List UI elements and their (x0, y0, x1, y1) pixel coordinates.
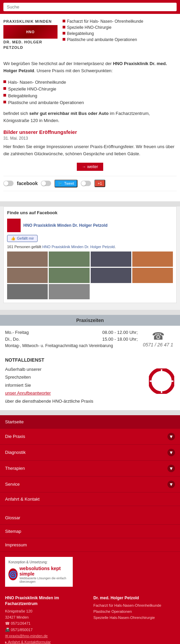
nav-label: Therapien (5, 466, 25, 471)
search-input[interactable] (3, 3, 177, 11)
feature-item: Plastische und ambulante Operationen (3, 100, 177, 105)
bullet-icon (63, 38, 65, 41)
footer-email[interactable]: ✉ praxis@hno-minden.de (5, 633, 87, 639)
praxiszeiten-row: Mo.- Freitag 08.00 - 12.00 Uhr; (5, 330, 138, 335)
header-services: Facharzt für Hals- Nasen- Ohrenheilkunde… (63, 19, 177, 43)
bullet-icon (63, 32, 65, 35)
section-divider (0, 410, 180, 415)
footer-fax: 📠 0571/850017 (5, 627, 87, 632)
footer-address-city: 32427 Minden (5, 615, 87, 620)
fb-photo (7, 268, 48, 283)
nav-spacer (0, 506, 180, 511)
header-service-item: Plastische und ambulante Operationen (63, 37, 177, 42)
opening-text: Hier finden Sie einige Impressionen unse… (3, 143, 177, 158)
footer-logo: 🌀 websolutions kept simple Webbasierte L… (8, 566, 69, 583)
footer-tagline: Webbasierte Lösungen die einfach überzeu… (19, 577, 69, 583)
footer-section: Konzeption & Umsetzung: 🌀 websolutions k… (0, 552, 180, 644)
fb-photos-row1 (7, 251, 173, 267)
thumbsup-icon: 👍 (11, 236, 16, 241)
fb-avatar (7, 219, 21, 232)
nav-item-sitemap[interactable]: Sitemap (0, 525, 180, 538)
clinic-name-line1: PRAXISKLINIK MINDEN (3, 19, 58, 24)
fb-page-link[interactable]: HNO Praxisklinik Minden Dr. Holger Petzo… (42, 245, 115, 249)
footer-col-2: Dr. med. Holger Petzold Facharzt für Hal… (93, 595, 175, 644)
bullet-icon (3, 94, 6, 97)
nav-item-diagnostik[interactable]: Diagnostik ▼ (0, 445, 180, 461)
fb-widget-title: Finde uns auf Facebook (7, 210, 173, 215)
nav-item-anfahrt[interactable]: Anfahrt & Kontakt (0, 492, 180, 506)
tweet-button[interactable]: 🐦 Tweet (54, 180, 77, 187)
anrufbeantworter-link[interactable]: unser Anrufbeantworter (5, 390, 51, 396)
nav-label: Service (5, 482, 20, 487)
nav-item-impressum[interactable]: Impressum (0, 538, 180, 552)
bullet-icon (63, 20, 65, 22)
header-service-item: Belegabteilung (63, 31, 177, 36)
nav-label: Anfahrt & Kontakt (5, 497, 40, 502)
nav-label: Startseite (5, 419, 24, 424)
footer-col-1: HNO Praxisklinik Minden im Facharztzentr… (5, 595, 87, 644)
footer-contact-link[interactable]: ▸ Anfahrt & Kontaktformular (5, 640, 87, 644)
praxiszeiten-section: Praxiszeiten Mo.- Freitag 08.00 - 12.00 … (0, 315, 180, 352)
gplus-button[interactable]: +1 (94, 180, 106, 187)
facebook-toggle[interactable] (3, 181, 14, 186)
feature-item: Belegabteilung (3, 93, 177, 98)
opening-date: 31. Mai. 2013 (3, 136, 177, 141)
praxiszeiten-content: Mo.- Freitag 08.00 - 12.00 Uhr; Di., Do.… (0, 326, 180, 352)
feature-item: Spezielle HNO-Chirurgie (3, 86, 177, 92)
phone-icon: ☎ (152, 330, 164, 342)
notfall-section: NOTFALLDIENST Außerhalb unserer Sprechze… (0, 352, 180, 410)
praxiszeiten-row: Di., Do. 15.00 - 18.00 Uhr; (5, 337, 138, 342)
praxiszeiten-note: Montag-, Mittwoch- u. Freitagnachmittag … (5, 343, 138, 348)
nav-expand-icon: ▼ (167, 449, 175, 456)
main-content: Wir begrüßen Sie herzlichst auf der Inte… (0, 55, 180, 201)
fb-photo (7, 284, 48, 299)
weiter-container: → weiter (3, 163, 177, 171)
footer-logo-text-area: websolutions kept simple Webbasierte Lös… (19, 566, 69, 583)
nav-expand-icon: ▼ (167, 433, 175, 440)
fb-photos-row3 (7, 284, 173, 299)
notfall-title: NOTFALLDIENST (5, 357, 143, 363)
footer-specialty-1: Facharzt für Hals-Nasen-Ohrenheilkunde (93, 603, 175, 608)
toggle-knob (81, 181, 86, 186)
bullet-icon (63, 26, 65, 28)
footer-logo-box: Konzeption & Umsetzung: 🌀 websolutions k… (5, 557, 73, 587)
nav-item-therapien[interactable]: Therapien ▼ (0, 461, 180, 477)
header-service-item: Spezielle HNO-Chirurgie (63, 25, 177, 30)
bullet-icon (3, 87, 6, 90)
nav-item-glossar[interactable]: Glossar (0, 511, 180, 525)
bullet-icon (3, 80, 6, 83)
time-value: 08.00 - 12.00 Uhr; (102, 330, 138, 335)
fb-page-name[interactable]: HNO Praxisklinik Minden Dr. Holger Petzo… (23, 223, 108, 228)
opening-title: Bilder unserer Eröffnungsfeier (3, 129, 177, 135)
nav-item-service[interactable]: Service ▼ (0, 477, 180, 492)
clinic-logo: HNO (3, 25, 58, 39)
footer-konzeption-label: Konzeption & Umsetzung: (8, 560, 69, 564)
fb-photos-row2 (7, 268, 173, 283)
facebook-widget: Finde uns auf Facebook HNO Praxisklinik … (3, 206, 177, 303)
fb-photo (7, 251, 48, 267)
footer-address-street: Königstraße 120 (5, 609, 87, 614)
section-divider (0, 201, 180, 206)
fb-like-button[interactable]: 👍 Gefällt mir (7, 235, 38, 242)
tweet-toggle[interactable] (41, 181, 51, 186)
fb-photo (91, 251, 131, 267)
weiter-button[interactable]: → weiter (77, 163, 103, 171)
intro-paragraph: Wir begrüßen Sie herzlichst auf der Inte… (3, 60, 177, 75)
nav-item-die-praxis[interactable]: Die Praxis ▼ (0, 429, 180, 445)
fb-photo (49, 268, 89, 283)
footer-specialty-3: Spezielle Hals-Nasen-Ohrenchirurgie (93, 615, 175, 620)
phone-number: 0571 / 26 47 1 (143, 342, 173, 347)
nav-item-startseite[interactable]: Startseite (0, 415, 180, 429)
fb-photo (132, 268, 173, 283)
swirl-icon: 🌀 (9, 570, 17, 579)
logo-area: PRAXISKLINIK MINDEN HNO DR. MED. HOLGER … (3, 19, 58, 50)
location-text: befindet sich sehr gut erreichbar mit Bu… (3, 110, 177, 124)
nav-label: Sitemap (5, 529, 21, 534)
nav-label: Die Praxis (5, 434, 25, 439)
features-list: Hals- Nasen- Ohrenheilkunde Spezielle HN… (3, 80, 177, 105)
day-label: Di., Do. (5, 337, 20, 342)
footer-brand: websolutions kept simple (19, 566, 69, 577)
main-navigation: Startseite Die Praxis ▼ Diagnostik ▼ The… (0, 415, 180, 552)
notfall-content: Außerhalb unserer Sprechzeiten informier… (5, 365, 143, 405)
gplus-toggle[interactable] (81, 181, 91, 186)
